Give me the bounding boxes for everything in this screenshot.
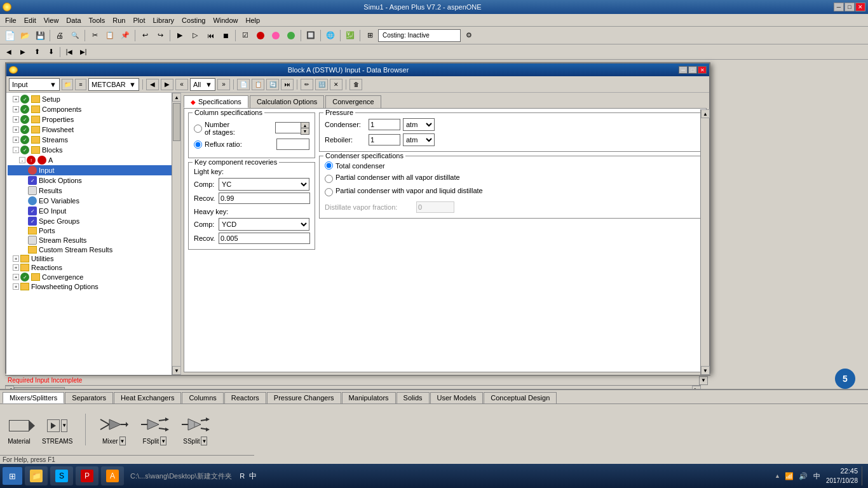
stop-btn[interactable]: ⏹ — [219, 29, 233, 43]
bottom-tab-separators[interactable]: Separators — [65, 392, 113, 403]
hide-icons[interactable]: ▲ — [775, 473, 780, 479]
tree-item-input[interactable]: Input — [8, 165, 179, 175]
calc-btn[interactable]: 🔢 — [315, 79, 328, 90]
menu-window[interactable]: Window — [209, 15, 241, 25]
light-recov-input[interactable] — [219, 193, 310, 204]
del-btn[interactable]: ✕ — [330, 79, 342, 90]
model-btn[interactable]: 🔲 — [304, 29, 318, 43]
expand-utilities[interactable]: + — [13, 255, 19, 262]
warn-btn[interactable] — [269, 29, 283, 43]
cut-btn[interactable]: ✂ — [88, 29, 102, 43]
maximize-btn[interactable]: □ — [844, 3, 855, 11]
tree-item-results[interactable]: Results — [8, 186, 179, 196]
close-btn[interactable]: ✕ — [855, 3, 865, 11]
condenser-unit-select[interactable]: atm — [403, 118, 435, 131]
reflux-radio[interactable] — [194, 140, 202, 149]
expand-flowsheet[interactable]: + — [13, 126, 19, 133]
bottom-tab-heat-exchangers[interactable]: Heat Exchangers — [114, 392, 181, 403]
nav-back[interactable]: ◀ — [146, 79, 159, 90]
show-desktop-btn[interactable] — [862, 466, 865, 485]
search-btn[interactable]: 🔍 — [68, 29, 82, 43]
tree-item-spec-groups[interactable]: ✓ Spec Groups — [8, 216, 179, 226]
component-ssplit[interactable]: SSplit ▼ — [180, 414, 210, 445]
pause-btn[interactable]: ⏮ — [203, 29, 217, 43]
menu-file[interactable]: File — [1, 15, 20, 25]
redo-btn[interactable]: ↪ — [153, 29, 167, 43]
folder-browse-btn[interactable]: 📁 — [62, 79, 73, 90]
tree-item-stream-results[interactable]: Stream Results — [8, 235, 179, 245]
tb2-btn3[interactable]: ⬆ — [31, 46, 43, 58]
bottom-tab-solids[interactable]: Solids — [397, 392, 430, 403]
partial-vapor-radio[interactable] — [325, 175, 333, 183]
reflux-input[interactable] — [276, 139, 309, 150]
expand-flowsheeting[interactable]: + — [13, 283, 19, 290]
expand-reactions[interactable]: + — [13, 264, 19, 271]
tree-item-eo-input[interactable]: ✓ EO Input — [8, 206, 179, 216]
open-btn[interactable]: 📂 — [18, 29, 32, 43]
tb2-btn1[interactable]: ◀ — [3, 46, 15, 58]
expand-setup[interactable]: + — [13, 96, 19, 102]
start-button[interactable]: ⊞ — [3, 467, 22, 485]
stages-down[interactable]: ▼ — [301, 128, 309, 134]
taskbar-app1[interactable]: S — [50, 466, 73, 485]
tree-item-custom-stream[interactable]: Custom Stream Results — [8, 245, 179, 254]
expand-streams[interactable]: + — [13, 137, 19, 143]
tree-item-eo-vars[interactable]: EO Variables — [8, 196, 179, 206]
tray-icon-2[interactable]: 🔊 — [798, 471, 808, 481]
menu-costing[interactable]: Costing — [178, 15, 209, 25]
list-btn[interactable]: ≡ — [75, 79, 86, 90]
component-streams-selector[interactable]: ▼ STREAMS — [42, 415, 72, 445]
page-btn[interactable]: 📄 — [237, 79, 250, 90]
save-btn[interactable]: 💾 — [33, 29, 47, 43]
heavy-comp-select[interactable]: YCD — [219, 218, 309, 231]
browser-maximize[interactable]: □ — [688, 66, 697, 74]
edit-btn[interactable]: ✏ — [301, 79, 313, 90]
browser-minimize[interactable]: ─ — [679, 66, 688, 74]
component-material[interactable]: Material — [6, 415, 32, 445]
undo-btn[interactable]: ↩ — [138, 29, 152, 43]
clock[interactable]: 22:45 2017/10/28 — [826, 466, 858, 485]
bottom-tab-manipulators[interactable]: Manipulators — [342, 392, 396, 403]
menu-tools[interactable]: Tools — [85, 15, 109, 25]
next-item-btn[interactable]: ⏭ — [281, 79, 294, 90]
right-scrollbar[interactable]: ▲ ▼ — [700, 109, 709, 375]
new-btn[interactable]: 📄 — [3, 29, 17, 43]
taskbar-app2[interactable]: P — [76, 466, 98, 485]
menu-data[interactable]: Data — [62, 15, 85, 25]
light-comp-select[interactable]: YC — [219, 178, 309, 191]
purge-btn[interactable]: 🗑 — [349, 79, 362, 90]
refresh-btn[interactable]: 🔄 — [266, 79, 279, 90]
bottom-tab-pressure[interactable]: Pressure Changers — [267, 392, 341, 403]
menu-plot[interactable]: Plot — [129, 15, 149, 25]
ok-btn[interactable] — [284, 29, 298, 43]
bottom-tab-conceptual[interactable]: Conceptual Design — [484, 392, 557, 403]
econ-btn[interactable]: 💹 — [343, 29, 357, 43]
stop2-btn[interactable] — [254, 29, 268, 43]
right-scroll-down[interactable]: ▼ — [701, 366, 710, 375]
mixer-dropdown[interactable]: ▼ — [119, 437, 126, 445]
tree-item-setup[interactable]: + ✓ Setup — [8, 94, 179, 104]
tree-item-components[interactable]: + ✓ Components — [8, 104, 179, 114]
tree-item-ports[interactable]: Ports — [8, 226, 179, 235]
menu-run[interactable]: Run — [109, 15, 129, 25]
scroll-up[interactable]: ▲ — [172, 93, 181, 102]
tree-item-convergence[interactable]: + ✓ Convergence — [8, 272, 179, 282]
tab-specifications[interactable]: ◆ Specifications — [184, 95, 248, 108]
tree-item-flowsheet[interactable]: + ✓ Flowsheet — [8, 125, 179, 135]
reboiler-unit-select[interactable]: atm — [403, 133, 435, 146]
tree-item-a[interactable]: - ! A — [8, 155, 179, 165]
browser-close[interactable]: ✕ — [698, 66, 707, 74]
paste-btn[interactable]: 📌 — [118, 29, 132, 43]
bottom-tab-reactors[interactable]: Reactors — [224, 392, 266, 403]
menu-edit[interactable]: Edit — [20, 15, 40, 25]
tb2-btn2[interactable]: ▶ — [17, 46, 29, 58]
minimize-btn[interactable]: ─ — [834, 3, 844, 11]
bottom-tab-columns[interactable]: Columns — [182, 392, 223, 403]
taskbar-explorer[interactable]: 📁 — [25, 466, 48, 485]
nav-up[interactable]: « — [175, 79, 188, 90]
run-btn[interactable]: ▶ — [173, 29, 187, 43]
tb2-end[interactable]: ▶| — [77, 46, 90, 58]
copy-btn[interactable]: 📋 — [103, 29, 117, 43]
tab-convergence[interactable]: Convergence — [325, 95, 381, 108]
stages-input[interactable] — [275, 122, 301, 133]
